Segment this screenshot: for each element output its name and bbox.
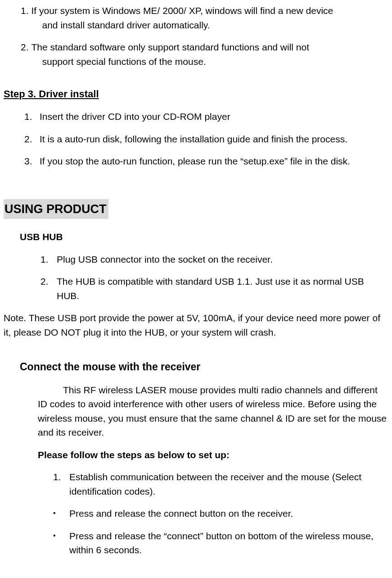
using-product-heading: USING PRODUCT	[4, 199, 108, 219]
note-item: 2. The standard software only support st…	[21, 40, 388, 68]
list-item: 1. Insert the driver CD into your CD-ROM…	[24, 109, 388, 124]
bullet-icon: •	[53, 529, 69, 557]
item-text: The HUB is compatible with standard USB …	[57, 274, 388, 303]
list-item: 2. The HUB is compatible with standard U…	[41, 274, 388, 303]
list-item: 1. Plug USB connector into the socket on…	[41, 252, 388, 267]
usb-hub-list: 1. Plug USB connector into the socket on…	[41, 252, 388, 303]
list-item: 3. If you stop the auto-run function, pl…	[24, 154, 388, 168]
step3-heading: Step 3. Driver install	[4, 86, 388, 101]
top-notes: 1. If your system is Windows ME/ 2000/ X…	[21, 4, 388, 68]
connect-heading: Connect the mouse with the receiver	[20, 359, 388, 375]
list-item: • Press and release the “connect” button…	[53, 529, 388, 557]
item-text: Establish communication between the rece…	[69, 470, 388, 498]
note-number: 2.	[21, 40, 29, 68]
list-item: 1. Establish communication between the r…	[53, 470, 388, 498]
item-number: 2.	[24, 132, 40, 146]
bullet-icon: •	[53, 506, 69, 521]
using-product-section: USING PRODUCT	[4, 182, 388, 230]
item-text: Plug USB connector into the socket on th…	[57, 252, 273, 267]
note-item: 1. If your system is Windows ME/ 2000/ X…	[21, 4, 388, 32]
item-number: 3.	[24, 154, 40, 168]
item-text: Press and release the connect button on …	[69, 506, 293, 521]
list-item: 2. It is a auto-run disk, following the …	[24, 132, 388, 146]
connect-instruction: Please follow the steps as below to set …	[38, 448, 388, 462]
note-text: The standard software only support stand…	[32, 40, 310, 68]
connect-paragraph: This RF wireless LASER mouse provides mu…	[38, 383, 388, 440]
usb-hub-note: Note. These USB port provide the power a…	[4, 311, 388, 339]
item-text: Press and release the “connect” button o…	[69, 529, 388, 557]
usb-hub-heading: USB HUB	[20, 230, 388, 244]
item-text: If you stop the auto-run function, pleas…	[40, 154, 350, 168]
note-text: If your system is Windows ME/ 2000/ XP, …	[32, 4, 333, 32]
item-number: 1.	[41, 252, 57, 267]
item-text: Insert the driver CD into your CD-ROM pl…	[40, 109, 230, 124]
setup-list: 1. Establish communication between the r…	[53, 470, 388, 557]
item-number: 2.	[41, 274, 57, 303]
list-item: • Press and release the connect button o…	[53, 506, 388, 521]
step3-list: 1. Insert the driver CD into your CD-ROM…	[24, 109, 388, 168]
item-number: 1.	[53, 470, 69, 498]
item-number: 1.	[24, 109, 40, 124]
item-text: It is a auto-run disk, following the ins…	[40, 132, 347, 146]
note-number: 1.	[21, 4, 29, 32]
